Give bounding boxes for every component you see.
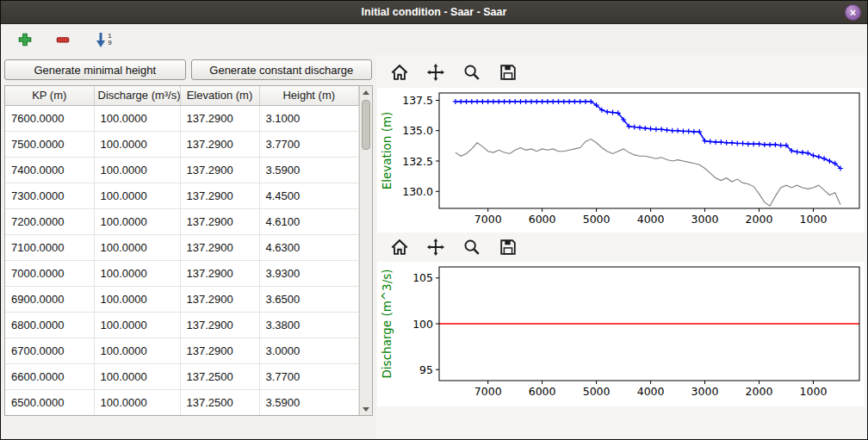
table-cell[interactable]: 3.3800 <box>259 312 359 338</box>
zoom-button[interactable] <box>460 61 483 84</box>
table-cell[interactable]: 6800.0000 <box>5 312 94 338</box>
table-row[interactable]: 6900.0000100.0000137.29003.6500 <box>5 286 359 312</box>
table-cell[interactable]: 3.0000 <box>259 338 359 363</box>
table-cell[interactable]: 100.0000 <box>94 389 180 415</box>
table-cell[interactable]: 137.2900 <box>180 286 259 312</box>
add-row-button[interactable] <box>15 29 35 50</box>
table-row[interactable]: 7300.0000100.0000137.29004.4500 <box>5 183 359 208</box>
table-row[interactable]: 6500.0000100.0000137.25003.5900 <box>5 389 359 415</box>
close-button[interactable]: × <box>845 4 861 21</box>
table-cell[interactable]: 100.0000 <box>94 363 180 389</box>
svg-text:2000: 2000 <box>746 385 773 398</box>
table-cell[interactable]: 137.2900 <box>180 260 259 286</box>
table-cell[interactable]: 3.5900 <box>259 157 359 183</box>
svg-text:105: 105 <box>412 271 433 284</box>
table-cell[interactable]: 7600.0000 <box>5 105 94 131</box>
table-cell[interactable]: 4.6300 <box>259 234 359 260</box>
table-cell[interactable]: 137.2900 <box>180 105 259 131</box>
table-cell[interactable]: 137.2900 <box>180 234 259 260</box>
table-cell[interactable]: 137.2500 <box>180 389 259 415</box>
table-row[interactable]: 7500.0000100.0000137.29003.7700 <box>5 131 359 157</box>
table-row[interactable]: 6800.0000100.0000137.29003.3800 <box>5 312 359 338</box>
table-cell[interactable]: 100.0000 <box>94 234 180 260</box>
sort-rows-button[interactable]: 1 9 <box>90 29 116 50</box>
table-row[interactable]: 7200.0000100.0000137.29004.6100 <box>5 208 359 234</box>
svg-text:2000: 2000 <box>746 213 773 226</box>
table-cell[interactable]: 3.7700 <box>259 131 359 157</box>
home-button[interactable] <box>388 61 411 84</box>
svg-text:4000: 4000 <box>637 385 665 398</box>
table-cell[interactable]: 100.0000 <box>94 208 180 234</box>
generate-constant-discharge-button[interactable]: Generate constant discharge <box>191 59 373 80</box>
scroll-up-button[interactable] <box>360 86 372 98</box>
scroll-up-icon <box>363 90 369 95</box>
table-cell[interactable]: 137.2900 <box>180 312 259 338</box>
table-cell[interactable]: 6700.0000 <box>5 338 94 363</box>
table-row[interactable]: 6600.0000100.0000137.25003.7700 <box>5 363 359 389</box>
table-cell[interactable]: 7100.0000 <box>5 234 94 260</box>
table-cell[interactable]: 100.0000 <box>94 131 180 157</box>
table-cell[interactable]: 6500.0000 <box>5 389 94 415</box>
table-row[interactable]: 7400.0000100.0000137.29003.5900 <box>5 157 359 183</box>
table-cell[interactable]: 3.9300 <box>259 260 359 286</box>
table-cell[interactable]: 137.2900 <box>180 183 259 208</box>
remove-row-button[interactable] <box>53 29 73 50</box>
table-cell[interactable]: 137.2500 <box>180 363 259 389</box>
column-header[interactable]: Height (m) <box>259 86 359 105</box>
table-row[interactable]: 6700.0000100.0000137.29003.0000 <box>5 338 359 363</box>
table-cell[interactable]: 4.6100 <box>259 208 359 234</box>
scroll-down-button[interactable] <box>360 403 372 415</box>
table-cell[interactable]: 7400.0000 <box>5 157 94 183</box>
discharge-plot[interactable]: 700060005000400030002000100095100105Disc… <box>377 262 865 406</box>
table-row[interactable]: 7600.0000100.0000137.29003.1000 <box>5 105 359 131</box>
table-cell[interactable]: 3.6500 <box>259 286 359 312</box>
table-cell[interactable]: 100.0000 <box>94 260 180 286</box>
table-cell[interactable]: 3.5900 <box>259 389 359 415</box>
save-button-2[interactable] <box>496 236 519 259</box>
initial-condition-table[interactable]: KP (m)Discharge (m³/s)Elevation (m)Heigh… <box>5 86 359 415</box>
table-scrollbar[interactable] <box>359 86 372 415</box>
column-header[interactable]: KP (m) <box>5 86 94 105</box>
table-cell[interactable]: 3.1000 <box>259 105 359 131</box>
table-cell[interactable]: 7500.0000 <box>5 131 94 157</box>
pan-button-2[interactable] <box>424 236 447 259</box>
table-cell[interactable]: 100.0000 <box>94 312 180 338</box>
table-cell[interactable]: 4.4500 <box>259 183 359 208</box>
table-cell[interactable]: 7200.0000 <box>5 208 94 234</box>
scroll-down-icon <box>363 407 369 412</box>
column-header[interactable]: Discharge (m³/s) <box>94 86 180 105</box>
table-cell[interactable]: 7000.0000 <box>5 260 94 286</box>
titlebar[interactable]: Initial condition - Saar - Saar × <box>1 1 867 24</box>
pan-button[interactable] <box>424 61 447 84</box>
table-row[interactable]: 7100.0000100.0000137.29004.6300 <box>5 234 359 260</box>
generate-minimal-height-button[interactable]: Generate minimal height <box>4 59 186 80</box>
table-cell[interactable]: 137.2900 <box>180 338 259 363</box>
table-header-row: KP (m)Discharge (m³/s)Elevation (m)Heigh… <box>5 86 359 105</box>
table-cell[interactable]: 100.0000 <box>94 286 180 312</box>
home-button-2[interactable] <box>388 236 411 259</box>
scrollbar-track[interactable] <box>360 98 372 403</box>
right-panel: 7000600050004000300020001000130.0132.513… <box>376 55 867 439</box>
table-cell[interactable]: 100.0000 <box>94 105 180 131</box>
table-row[interactable]: 7000.0000100.0000137.29003.9300 <box>5 260 359 286</box>
save-button[interactable] <box>496 61 519 84</box>
svg-text:3000: 3000 <box>691 385 719 398</box>
table-cell[interactable]: 6600.0000 <box>5 363 94 389</box>
table-cell[interactable]: 100.0000 <box>94 338 180 363</box>
table-cell[interactable]: 100.0000 <box>94 157 180 183</box>
table-cell[interactable]: 100.0000 <box>94 183 180 208</box>
table-cell[interactable]: 137.2900 <box>180 208 259 234</box>
table-cell[interactable]: 3.7700 <box>259 363 359 389</box>
zoom-button-2[interactable] <box>460 236 483 259</box>
table-viewport[interactable]: KP (m)Discharge (m³/s)Elevation (m)Heigh… <box>5 86 359 415</box>
elevation-plot[interactable]: 7000600050004000300020001000130.0132.513… <box>377 88 865 232</box>
table-cell[interactable]: 137.2900 <box>180 131 259 157</box>
svg-text:137.5: 137.5 <box>402 94 433 107</box>
svg-text:4000: 4000 <box>637 213 665 226</box>
scrollbar-thumb[interactable] <box>362 100 370 150</box>
table-cell[interactable]: 7300.0000 <box>5 183 94 208</box>
table-cell[interactable]: 137.2900 <box>180 157 259 183</box>
left-panel: Generate minimal height Generate constan… <box>1 55 373 439</box>
table-cell[interactable]: 6900.0000 <box>5 286 94 312</box>
column-header[interactable]: Elevation (m) <box>180 86 259 105</box>
